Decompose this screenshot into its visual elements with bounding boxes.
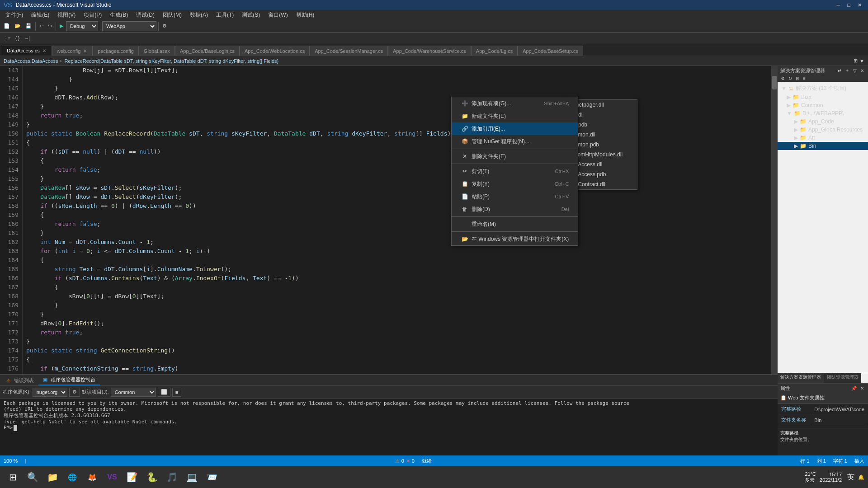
toolbar-start[interactable]: ▶: [58, 21, 65, 32]
menu-build[interactable]: 生成(B): [106, 10, 132, 20]
taskbar-mail[interactable]: 📨: [203, 468, 221, 486]
sol-prop-btn[interactable]: ⚙: [779, 76, 786, 81]
ctx-add-reference[interactable]: 🔗 添加引用(E)...: [452, 122, 578, 135]
breadcrumb-collapse[interactable]: ▼: [859, 58, 864, 64]
tree-att[interactable]: ▶ 📁 Att: [778, 134, 868, 142]
tree-webappp[interactable]: ▼ 📁 D:\...\WEBAPPP\: [778, 109, 868, 117]
tab-packages[interactable]: packages.config: [93, 46, 139, 56]
sol-collapse-btn[interactable]: ⊟: [794, 76, 801, 81]
menu-project[interactable]: 项目(P): [80, 10, 105, 20]
toolbar-sep3: [100, 22, 100, 31]
toolbar-attach[interactable]: ⚙: [160, 21, 169, 32]
toolbar-open[interactable]: 📂: [13, 21, 23, 32]
code-content[interactable]: Row[j] = sDT.Rows[1][Text]; } } dDT.Rows…: [23, 66, 771, 374]
console-prompt[interactable]: PM>: [4, 425, 774, 431]
ctx-paste[interactable]: 📄 粘贴(P) Ctrl+V: [452, 190, 578, 203]
taskbar-notifications[interactable]: 🔔: [858, 474, 864, 480]
breadcrumb-class[interactable]: DataAccess.DataAccess: [4, 58, 58, 64]
tab-close-icon[interactable]: ✕: [42, 48, 47, 53]
toolbar-redo[interactable]: ↪: [46, 21, 54, 32]
ctx-copy[interactable]: 📋 复制(Y) Ctrl+C: [452, 178, 578, 190]
ctx-cut[interactable]: ✂ 剪切(T) Ctrl+X: [452, 165, 578, 178]
code-editor[interactable]: 143 144 145 146 147 148 149 150 151 152 …: [0, 66, 771, 374]
taskbar-firefox[interactable]: 🦊: [83, 468, 101, 486]
toolbar2-btn2[interactable]: { }: [14, 33, 21, 44]
minimize-button[interactable]: ─: [834, 0, 843, 9]
tree-common[interactable]: ▶ 📁 Common: [778, 101, 868, 109]
tab-warehouse[interactable]: App_Code/WarehouseService.cs: [388, 46, 471, 56]
clear-btn[interactable]: ⬜: [158, 388, 170, 397]
tab-error-list[interactable]: ⚠ 错误列表: [2, 376, 38, 385]
taskbar-vs[interactable]: VS: [103, 468, 121, 486]
tab-session[interactable]: App_Code/SessionManager.cs: [310, 46, 388, 56]
package-source-select[interactable]: nuget.org: [33, 388, 67, 397]
taskbar-notes[interactable]: 📝: [123, 468, 141, 486]
sol-refresh-btn[interactable]: ↻: [787, 76, 793, 81]
props-close-btn[interactable]: ✕: [859, 386, 865, 391]
breadcrumb-method[interactable]: ReplaceRecord(DataTable sDT, string sKey…: [64, 58, 278, 64]
debug-config-select[interactable]: Debug Release: [66, 21, 98, 31]
team-exp-tab[interactable]: 团队资源管理器: [824, 373, 861, 383]
tree-appcode[interactable]: ▶ 📁 App_Code: [778, 117, 868, 126]
menu-team[interactable]: 团队(M): [159, 10, 185, 20]
new-solution-btn[interactable]: ＋: [844, 67, 851, 74]
target-select[interactable]: WebApp: [102, 21, 156, 31]
ctx-rename[interactable]: 重命名(M): [452, 218, 578, 230]
toolbar2-btn3[interactable]: →|: [22, 33, 32, 44]
menu-tools[interactable]: 工具(T): [212, 10, 237, 20]
tab-webloc[interactable]: App_Code/WebLocation.cs: [240, 46, 310, 56]
ctx-open-explorer[interactable]: 📂 在 Windows 资源管理器中打开文件夹(X): [452, 233, 578, 245]
tab-lg[interactable]: App_Code/Lg.cs: [471, 46, 518, 56]
tree-bizx[interactable]: ▶ 📁 Bizx: [778, 93, 868, 101]
tree-bin[interactable]: ▶ 📁 Bin: [778, 142, 868, 150]
panel-close-btn[interactable]: ✕: [859, 67, 865, 74]
taskbar-music[interactable]: 🎵: [163, 468, 181, 486]
toolbar-save[interactable]: 💾: [24, 21, 33, 32]
scrollbar-thumb[interactable]: [772, 76, 777, 89]
ctx-new-folder[interactable]: 📁 新建文件夹(E): [452, 110, 578, 122]
toolbar2-btn1[interactable]: ⋮≡: [2, 33, 13, 44]
menu-test[interactable]: 测试(S): [238, 10, 264, 20]
tree-solution[interactable]: ▼ 🗂 解决方案 (13 个项目): [778, 84, 868, 93]
menu-file[interactable]: 文件(F): [2, 10, 27, 20]
tab-global[interactable]: Global.asax: [139, 46, 175, 56]
sol-exp-tab[interactable]: 解决方案资源管理器: [778, 373, 824, 383]
menu-help[interactable]: 帮助(H): [292, 10, 318, 20]
taskbar-terminal[interactable]: 💻: [183, 468, 201, 486]
maximize-button[interactable]: □: [844, 0, 853, 9]
menu-edit[interactable]: 编辑(E): [28, 10, 53, 20]
tab-dataaccess[interactable]: DataAccess.cs ✕: [2, 46, 52, 56]
tab-baselogin[interactable]: App_Code/BaseLogin.cs: [175, 46, 240, 56]
default-project-select[interactable]: Common: [111, 388, 156, 397]
menu-debug[interactable]: 调试(D): [132, 10, 158, 20]
taskbar-start[interactable]: ⊞: [4, 468, 22, 486]
tab-close-webconfig[interactable]: ✕: [82, 48, 88, 53]
ctx-add-existing[interactable]: ➕ 添加现有项(G)... Shift+Alt+A: [452, 97, 578, 110]
tree-globalres[interactable]: ▶ 📁 App_GlobalResources: [778, 126, 868, 134]
taskbar-lang[interactable]: 英: [847, 473, 854, 482]
tab-webconfig[interactable]: web.config ✕: [52, 46, 93, 56]
stop-btn[interactable]: ■: [172, 388, 182, 397]
toolbar-new[interactable]: 📄: [2, 21, 12, 32]
ctx-nuget[interactable]: 📦 管理 NuGet 程序包(N)...: [452, 135, 578, 148]
sol-filter-btn[interactable]: ≡: [802, 76, 807, 81]
tab-basesetup[interactable]: App_Code/BaseSetup.cs: [518, 46, 583, 56]
props-pin-btn[interactable]: 📌: [850, 386, 858, 391]
menu-data[interactable]: 数据(A): [186, 10, 212, 20]
sync-btn[interactable]: ⇄: [836, 67, 843, 74]
editor-scrollbar[interactable]: [771, 66, 778, 374]
menu-window[interactable]: 窗口(W): [264, 10, 291, 20]
filter-btn[interactable]: ▽: [852, 67, 858, 74]
package-settings-btn[interactable]: ⚙: [69, 388, 80, 397]
taskbar-chrome[interactable]: 🌐: [63, 468, 81, 486]
close-button[interactable]: ✕: [855, 0, 864, 9]
taskbar-files[interactable]: 📁: [43, 468, 61, 486]
breadcrumb-pin[interactable]: ⊞: [854, 58, 858, 64]
taskbar-search[interactable]: 🔍: [24, 468, 42, 486]
ctx-delete-folder[interactable]: ✕ 删除文件夹(E): [452, 150, 578, 163]
menu-view[interactable]: 视图(V): [54, 10, 79, 20]
ctx-delete[interactable]: 🗑 删除(D) Del: [452, 203, 578, 216]
toolbar-undo[interactable]: ↩: [38, 21, 45, 32]
tab-package-console[interactable]: ▣ 程序包管理器控制台: [38, 375, 100, 385]
taskbar-python[interactable]: 🐍: [143, 468, 161, 486]
